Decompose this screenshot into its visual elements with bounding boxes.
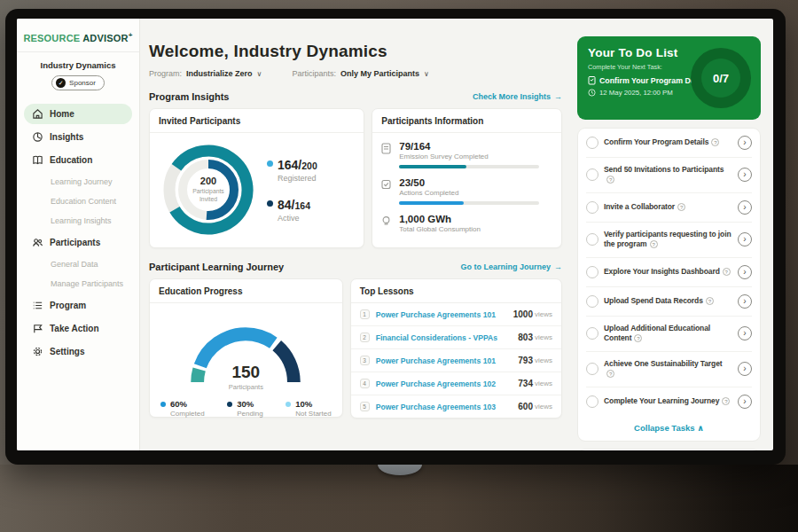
sidebar-item-take-action[interactable]: Take Action [24,318,132,339]
task-label[interactable]: Upload Additional Educational Content? [604,324,732,344]
question-icon[interactable]: ? [650,240,658,248]
lesson-views-suffix: views [535,403,552,411]
task-checkbox[interactable] [586,201,598,214]
sidebar-item-label: Settings [50,347,84,356]
task-checkbox[interactable] [586,137,598,149]
invited-donut-chart: 200 Participants Invited [159,140,258,239]
participants-information-title: Participants Information [372,109,561,133]
task-row: Confirm Your Program Details? › [586,129,752,158]
active-dot-icon [267,200,273,207]
task-checkbox[interactable] [586,363,598,375]
question-icon[interactable]: ? [606,176,614,184]
actions-completed-progressbar [399,201,539,205]
question-icon[interactable]: ? [722,397,730,405]
participants-information-card: Participants Information 79/164 Emission… [372,108,562,248]
program-filter[interactable]: Program: Industrialize Zero ∨ [149,69,262,78]
todo-summary-panel: Your To Do List Complete Your Next Task:… [577,36,761,120]
task-label[interactable]: Upload Spend Data Records? [604,296,732,306]
program-insights-header: Program Insights Check More Insights → [149,91,562,102]
take-action-icon [32,323,43,334]
sidebar-item-learning-insights[interactable]: Learning Insights [24,212,132,230]
sidebar-item-home[interactable]: Home [24,104,132,124]
emission-survey-value: 79/164 [399,141,539,152]
task-checkbox[interactable] [586,295,598,308]
sidebar-item-label: Insights [50,132,83,142]
clipboard-icon [588,75,596,85]
task-label[interactable]: Invite a Collaborator? [604,202,732,212]
chevron-right-icon[interactable]: › [738,294,752,309]
sidebar-item-label: Education [50,155,92,165]
question-icon[interactable]: ? [706,297,714,305]
top-lessons-title: Top Lessons [351,279,561,303]
lesson-rank: 4 [360,379,370,388]
lesson-views: 1000 [513,309,533,319]
lesson-link[interactable]: Power Purchase Agreements 102 [376,379,519,388]
sidebar-item-program[interactable]: Program [24,295,132,316]
filters-row: Program: Industrialize Zero ∨ Participan… [149,69,562,78]
task-label[interactable]: Explore Your Insights Dashboard? [604,267,732,277]
chevron-right-icon[interactable]: › [738,326,752,340]
chevron-right-icon[interactable]: › [738,265,752,279]
sidebar-item-education[interactable]: Education [24,150,132,170]
question-icon[interactable]: ? [723,268,731,276]
registered-dot-icon [267,160,273,167]
question-icon[interactable]: ? [634,334,642,342]
task-checkbox[interactable] [586,168,598,181]
app-logo[interactable]: RESOURCE ADVISOR+ [17,26,139,52]
chevron-right-icon[interactable]: › [738,362,752,376]
gear-icon [32,346,43,357]
question-icon[interactable]: ? [606,370,614,378]
collapse-tasks-link[interactable]: Collapse Tasks ∧ [586,416,752,441]
sidebar-item-participants[interactable]: Participants [24,232,132,253]
chevron-right-icon[interactable]: › [738,136,752,150]
task-label[interactable]: Complete Your Learning Journey? [604,396,732,406]
participants-filter[interactable]: Participants: Only My Participants ∨ [292,69,428,78]
sidebar-item-label: Take Action [50,324,99,333]
insights-cards-row: Invited Participants 200 [149,108,562,248]
chevron-right-icon[interactable]: › [738,232,752,246]
lesson-link[interactable]: Power Purchase Agreements 101 [376,310,513,319]
chevron-right-icon[interactable]: › [738,168,752,182]
question-icon[interactable]: ? [677,203,685,211]
photo-background: RESOURCE ADVISOR+ Industry Dynamics ✓ Sp… [0,0,798,532]
brand-secondary: ADVISOR [82,33,129,43]
legend-not-started: 10% Not Started [286,399,331,418]
sidebar-item-education-content[interactable]: Education Content [24,192,132,210]
sidebar-nav: Home Insights Education Learn [17,99,139,366]
clock-icon [588,89,596,97]
task-checkbox[interactable] [586,266,598,278]
consumption-value: 1,000 GWh [399,214,481,224]
chevron-right-icon[interactable]: › [738,395,752,409]
task-label[interactable]: Achieve One Sustainability Target? [604,359,732,379]
legend-registered: 164/200 Registered [267,157,317,183]
program-filter-label: Program: [149,69,182,78]
task-checkbox[interactable] [586,327,598,340]
task-checkbox[interactable] [586,233,598,246]
monitor-bezel: RESOURCE ADVISOR+ Industry Dynamics ✓ Sp… [5,9,786,465]
go-to-learning-journey-link[interactable]: Go to Learning Journey → [460,262,562,271]
sidebar-item-settings[interactable]: Settings [24,341,132,362]
check-more-insights-link[interactable]: Check More Insights → [473,92,562,101]
lesson-link[interactable]: Power Purchase Agreements 101 [376,356,519,365]
consumption-stat: 1,000 GWh Total Global Consumption [381,214,551,233]
task-checkbox[interactable] [586,395,598,408]
sidebar-item-insights[interactable]: Insights [24,127,132,147]
question-icon[interactable]: ? [711,138,719,146]
education-progress-card: Education Progress 150 Participants [149,278,343,418]
sponsor-badge[interactable]: ✓ Sponsor [51,75,105,90]
todo-counter: 0/7 [701,59,740,98]
lesson-link[interactable]: Power Purchase Agreements 103 [376,403,519,411]
lesson-row: 4 Power Purchase Agreements 102 734 view… [351,372,561,395]
sidebar-item-learning-journey[interactable]: Learning Journey [24,173,132,191]
not-started-pct: 10% [295,399,331,409]
lesson-views: 600 [518,402,533,411]
chevron-right-icon[interactable]: › [738,200,752,215]
lesson-link[interactable]: Financial Considerations - VPPAs [376,333,519,342]
sidebar-item-manage-participants[interactable]: Manage Participants [24,275,132,293]
task-label[interactable]: Confirm Your Program Details? [604,137,732,147]
lightbulb-icon [381,214,392,233]
task-label[interactable]: Send 50 Invitations to Participants? [604,165,732,185]
task-label[interactable]: Verify participants requesting to join t… [604,230,732,250]
sidebar-item-general-data[interactable]: General Data [24,255,132,273]
education-progress-title: Education Progress [150,279,342,303]
